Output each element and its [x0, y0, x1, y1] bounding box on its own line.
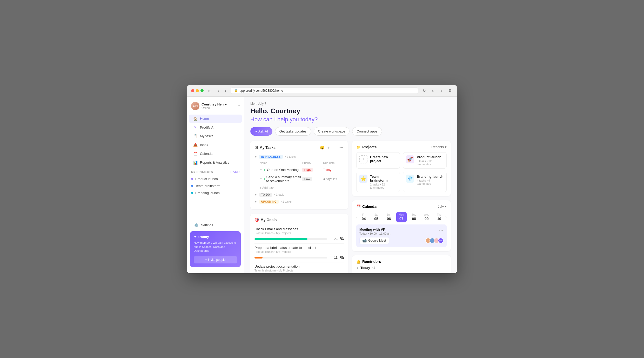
- sidebar-project-branding-launch[interactable]: Branding launch: [187, 189, 244, 196]
- traffic-lights: [191, 89, 204, 92]
- event-info: Meeting with VP Today • 10:00 - 11:00 am: [359, 228, 391, 237]
- nav-calendar-label: Calendar: [200, 152, 214, 156]
- calendar-nav-row: ‹ Fri 04 Sat 05: [356, 212, 447, 222]
- cal-day-tue[interactable]: Tue 08: [409, 212, 419, 222]
- task-name: ▼ One-on-One Meeting: [260, 168, 302, 172]
- connect-apps-btn[interactable]: Connect apps: [352, 127, 382, 136]
- share-btn[interactable]: ⎋: [431, 88, 436, 93]
- cal-next-btn[interactable]: ›: [445, 215, 447, 219]
- nav-inbox-label: Inbox: [200, 143, 208, 147]
- browser-window: ⊞ ‹ › 🔒 app.prodify.com/5623800/home ↻ ⎋…: [187, 85, 457, 273]
- todo-group: ▼ TO DO • 1 task: [254, 191, 344, 198]
- more-options-btn[interactable]: •••: [339, 145, 344, 150]
- user-status: Online: [202, 106, 236, 109]
- sidebar-project-product-launch[interactable]: Product launch: [187, 175, 244, 182]
- project-card-branding-launch[interactable]: 💎 Branding launch 4 tasks • 9 teammates: [403, 172, 447, 192]
- add-task-btn[interactable]: +: [327, 145, 330, 150]
- progress-bar-fill: [254, 257, 263, 258]
- minimize-btn[interactable]: [196, 89, 199, 92]
- forward-btn[interactable]: ›: [224, 88, 228, 93]
- nav-inbox[interactable]: 📥 Inbox: [189, 141, 242, 149]
- address-bar[interactable]: 🔒 app.prodify.com/5623800/home: [231, 88, 418, 94]
- pct-symbol: %: [340, 255, 344, 260]
- inprogress-header[interactable]: ▼ IN PROGRESS • 2 tasks: [254, 153, 344, 160]
- event-card[interactable]: Meeting with VP Today • 10:00 - 11:00 am…: [356, 224, 447, 247]
- create-workspace-btn[interactable]: Create workspace: [314, 127, 350, 136]
- goal-row[interactable]: Prepare a brief status update to the cli…: [254, 244, 344, 262]
- calendar-days: Fri 04 Sat 05 Sun 06: [359, 212, 445, 222]
- add-project-btn[interactable]: + Add: [230, 170, 240, 174]
- upcoming-count: • 1 tasks: [281, 200, 292, 203]
- todo-count: • 1 task: [274, 193, 284, 196]
- cal-day-num: 05: [374, 217, 378, 221]
- back-btn[interactable]: ‹: [216, 88, 220, 93]
- chevron-down-icon: ▾: [445, 204, 447, 208]
- project-name: Branding launch: [195, 191, 220, 195]
- projects-panel-header: 📁 Projects Recents ▾: [356, 145, 447, 149]
- task-row[interactable]: ▼ One-on-One Meeting High Today: [254, 166, 344, 174]
- cal-day-today[interactable]: Mon 07: [396, 212, 407, 222]
- project-card-product-launch[interactable]: 🚀 Product launch 6 tasks • 12 teammates: [403, 152, 447, 169]
- promo-card: ✦ prodify New members will gain access t…: [190, 231, 241, 267]
- nav-home[interactable]: 🏠 Home: [189, 115, 242, 123]
- user-profile[interactable]: CH Courtney Henry Online ▾: [187, 100, 244, 114]
- project-dot: [191, 192, 193, 194]
- invite-btn[interactable]: + Invite people: [194, 256, 237, 263]
- ask-ai-btn[interactable]: ✦ Ask AI: [250, 127, 272, 136]
- recents-selector[interactable]: Recents ▾: [431, 145, 447, 149]
- settings-item[interactable]: ⚙️ Settings: [190, 221, 241, 229]
- goal-meta: Team brainstorm • My Projects: [254, 269, 344, 272]
- cal-day-sun[interactable]: Sun 06: [384, 212, 394, 222]
- browser-chrome: ⊞ ‹ › 🔒 app.prodify.com/5623800/home ↻ ⎋…: [187, 85, 457, 97]
- close-btn[interactable]: [191, 89, 194, 92]
- right-column: 📁 Projects Recents ▾ +: [352, 141, 451, 273]
- nav-prodify-ai[interactable]: ✕ Prodify AI: [189, 123, 242, 131]
- projects-section-label: My Projects: [191, 170, 213, 174]
- month-selector[interactable]: July ▾: [438, 204, 447, 208]
- sidebar-project-team-brainstorm[interactable]: Team brainstorm: [187, 182, 244, 189]
- add-task-link[interactable]: + Add task: [254, 184, 344, 191]
- cal-prev-btn[interactable]: ‹: [356, 215, 358, 219]
- expand-btn[interactable]: ⛶: [332, 145, 337, 150]
- cal-day-fri[interactable]: Fri 04: [359, 212, 369, 222]
- get-tasks-btn[interactable]: Get tasks updates: [275, 127, 311, 136]
- new-tab-btn[interactable]: +: [439, 88, 444, 93]
- goal-row[interactable]: Update project documentation Team brains…: [254, 262, 344, 273]
- nav-home-label: Home: [200, 117, 209, 121]
- upcoming-header[interactable]: ▼ UPCOMING • 1 tasks: [254, 198, 344, 205]
- nav-calendar[interactable]: 📅 Calendar: [189, 150, 242, 158]
- goal-row[interactable]: Check Emails and Messages Product launch…: [254, 225, 344, 244]
- sidebar-toggle-btn[interactable]: ⊞: [207, 88, 213, 93]
- pct-symbol: %: [340, 237, 344, 241]
- todo-header[interactable]: ▼ TO DO • 1 task: [254, 191, 344, 198]
- cal-day-sat[interactable]: Sat 05: [371, 212, 381, 222]
- goal-progress: 11 %: [254, 255, 344, 260]
- reminder-item-1: Assess any new risks identified in the m…: [356, 271, 447, 273]
- tabs-btn[interactable]: ⧉: [447, 88, 453, 93]
- task-row[interactable]: ▼ Send a summary email to stakeholders L…: [254, 174, 344, 184]
- cal-day-wed[interactable]: Wed 09: [421, 212, 432, 222]
- event-more-btn[interactable]: •••: [439, 228, 444, 233]
- progress-bar-fill: [254, 238, 307, 240]
- smiley-icon-btn[interactable]: 😊: [319, 145, 325, 150]
- projects-grid: + Create new project 🚀 Product launch: [356, 152, 447, 192]
- progress-pct: 11: [330, 256, 338, 260]
- project-card-team-brainstorm[interactable]: ⭐ Team brainstorm 2 tasks • 32 teammates: [356, 172, 400, 192]
- create-new-project-card[interactable]: + Create new project: [356, 152, 400, 169]
- cal-day-name: Sat: [374, 213, 378, 216]
- my-goals-card: 🎯 My Goals Check Emails and Messages Pro…: [250, 214, 348, 273]
- event-link[interactable]: 📹 Google Meet: [359, 237, 389, 244]
- cal-day-name: Fri: [362, 213, 365, 216]
- tasks-icon: 📋: [193, 134, 197, 138]
- maximize-btn[interactable]: [200, 89, 204, 92]
- nav-my-tasks[interactable]: 📋 My tasks: [189, 132, 242, 140]
- nav-reports-label: Reports & Analytics: [200, 161, 229, 164]
- nav-reports[interactable]: 📊 Reports & Analytics: [189, 158, 242, 167]
- cal-day-num: 10: [437, 217, 441, 221]
- project-info: Branding launch 4 tasks • 9 teammates: [417, 175, 444, 185]
- task-expand-icon: ▼: [260, 177, 262, 180]
- cal-day-name: Wed: [424, 213, 429, 216]
- greeting-subtitle: How can I help you today?: [250, 116, 451, 123]
- cal-day-thu[interactable]: Thu 10: [434, 212, 444, 222]
- refresh-btn[interactable]: ↻: [421, 88, 427, 93]
